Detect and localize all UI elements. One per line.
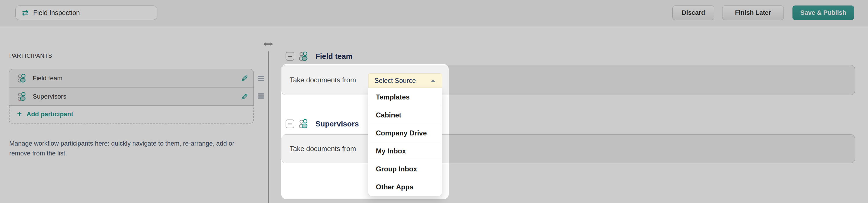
- participants-heading: PARTICIPANTS: [9, 52, 52, 59]
- participant-row-field-team[interactable]: Field team: [9, 69, 253, 87]
- discard-button[interactable]: Discard: [673, 5, 714, 20]
- dropdown-option-cabinet[interactable]: Cabinet: [368, 106, 442, 124]
- collapse-minus-button[interactable]: [286, 120, 294, 128]
- section-title: Supervisors: [315, 120, 359, 128]
- edit-pencil-icon[interactable]: [240, 74, 249, 83]
- workflow-title-box[interactable]: ⇄ Field Inspection: [16, 5, 157, 20]
- section-header-supervisors: Supervisors: [286, 119, 359, 128]
- select-source-placeholder: Select Source: [374, 77, 431, 85]
- drag-handle[interactable]: [258, 93, 264, 99]
- section-title: Field team: [315, 52, 353, 61]
- participants-list: Field team Supervisors: [9, 69, 254, 106]
- participant-row-supervisors[interactable]: Supervisors: [9, 87, 253, 105]
- panel-splitter[interactable]: [268, 51, 269, 203]
- finish-later-button[interactable]: Finish Later: [722, 5, 784, 20]
- take-documents-row: Take documents from: [281, 65, 855, 95]
- select-source-dropdown-menu: Templates Cabinet Company Drive My Inbox…: [368, 88, 442, 196]
- workflow-icon: ⇄: [22, 9, 29, 17]
- workflow-editor-page: ⇄ Field Inspection Discard Finish Later …: [0, 0, 868, 203]
- add-participant-label: Add participant: [27, 110, 73, 118]
- workflow-title: Field Inspection: [33, 9, 80, 17]
- take-documents-row: Take documents from: [281, 134, 855, 163]
- drag-handle[interactable]: [258, 76, 264, 81]
- people-icon: [17, 74, 27, 83]
- participants-description: Manage workflow participants here: quick…: [9, 138, 255, 158]
- dropdown-option-group-inbox[interactable]: Group Inbox: [368, 160, 442, 178]
- plus-icon: +: [17, 110, 22, 118]
- participant-label: Supervisors: [33, 93, 66, 100]
- select-source-dropdown-trigger[interactable]: Select Source: [368, 73, 442, 88]
- dropdown-option-my-inbox[interactable]: My Inbox: [368, 142, 442, 160]
- people-icon: [17, 92, 27, 101]
- top-bar: ⇄ Field Inspection Discard Finish Later …: [0, 0, 868, 26]
- add-participant-button[interactable]: + Add participant: [9, 105, 254, 124]
- participant-label: Field team: [33, 75, 62, 82]
- dropdown-option-company-drive[interactable]: Company Drive: [368, 124, 442, 142]
- save-publish-button[interactable]: Save & Publish: [793, 5, 854, 20]
- resize-horizontal-icon[interactable]: [263, 42, 273, 46]
- take-documents-label: Take documents from: [290, 76, 356, 84]
- dropdown-option-templates[interactable]: Templates: [368, 88, 442, 106]
- people-icon: [298, 119, 309, 128]
- collapse-minus-button[interactable]: [286, 52, 294, 60]
- dropdown-option-other-apps[interactable]: Other Apps: [368, 178, 442, 196]
- edit-pencil-icon[interactable]: [240, 92, 249, 101]
- people-icon: [298, 52, 309, 61]
- chevron-up-icon: [431, 79, 435, 82]
- take-documents-label: Take documents from: [290, 145, 356, 153]
- section-header-field-team: Field team: [286, 52, 353, 61]
